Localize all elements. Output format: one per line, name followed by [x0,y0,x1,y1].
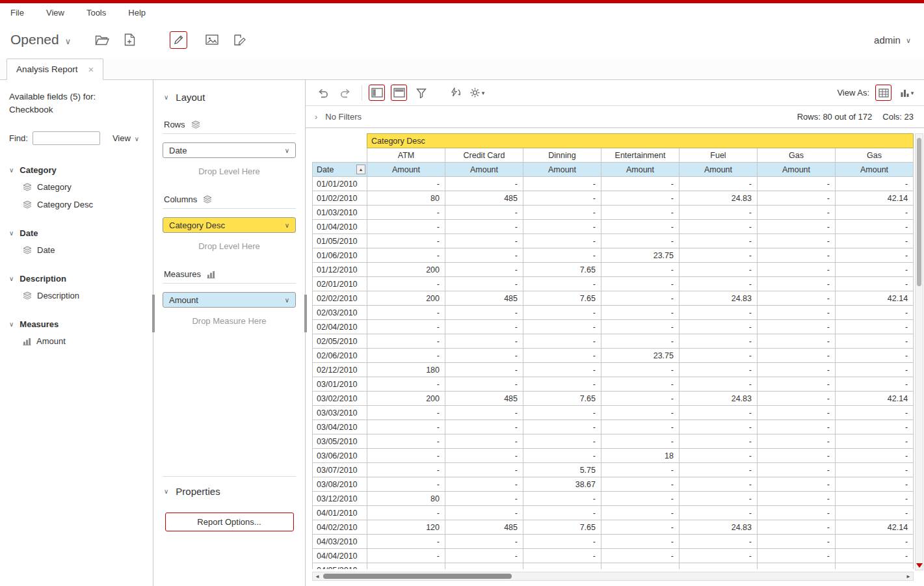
value-cell[interactable]: - [523,234,601,248]
value-cell[interactable]: 24.83 [680,392,758,406]
value-cell[interactable]: - [601,191,680,206]
value-cell[interactable]: - [523,349,601,363]
value-cell[interactable]: - [367,535,445,549]
value-cell[interactable]: - [601,277,680,291]
row-header-cell[interactable]: 02/05/2010 [313,334,367,349]
measure-column-header[interactable]: Amount [680,163,758,177]
value-cell[interactable]: 42.14 [836,392,914,406]
category-column-header[interactable]: Gas [836,148,914,163]
value-cell[interactable]: - [523,535,601,549]
value-cell[interactable]: - [523,377,601,392]
value-cell[interactable]: - [367,334,445,349]
category-column-header[interactable]: Credit Card [445,148,523,163]
value-cell[interactable]: - [680,220,758,234]
value-cell[interactable]: - [836,263,914,277]
edit-report-button[interactable] [170,31,187,49]
chevron-right-icon[interactable]: › [315,112,317,122]
value-cell[interactable]: - [445,477,523,492]
value-cell[interactable]: - [601,234,680,248]
category-column-header[interactable]: ATM [367,148,445,163]
scroll-right-button[interactable]: ► [904,572,913,580]
value-cell[interactable]: - [523,206,601,220]
row-header-cell[interactable]: 03/01/2010 [313,377,367,392]
field-item[interactable]: Description [9,287,145,304]
value-cell[interactable]: 38.67 [523,477,601,492]
value-cell[interactable]: - [680,363,758,377]
value-cell[interactable]: - [758,277,836,291]
row-header-cell[interactable]: 02/02/2010 [313,291,367,306]
value-cell[interactable]: - [836,220,914,234]
row-header-cell[interactable]: 03/04/2010 [313,420,367,434]
value-cell[interactable]: - [523,220,601,234]
value-cell[interactable]: 200 [367,291,445,306]
value-cell[interactable]: - [680,306,758,320]
value-cell[interactable]: - [601,506,680,520]
value-cell[interactable]: - [367,434,445,449]
value-cell[interactable]: - [680,477,758,492]
row-header-cell[interactable]: 04/02/2010 [313,520,367,535]
value-cell[interactable]: - [836,506,914,520]
row-header-cell[interactable]: 04/03/2010 [313,535,367,549]
value-cell[interactable]: - [445,434,523,449]
value-cell[interactable]: - [758,377,836,392]
value-cell[interactable]: - [758,306,836,320]
value-cell[interactable]: - [601,492,680,506]
report-settings-button[interactable]: ▾ [469,85,485,101]
row-header-cell[interactable]: 01/02/2010 [313,191,367,206]
row-header-cell[interactable]: 02/12/2010 [313,363,367,377]
value-cell[interactable]: - [836,535,914,549]
row-header-cell[interactable]: 01/12/2010 [313,263,367,277]
value-cell[interactable]: - [445,220,523,234]
value-cell[interactable]: - [680,420,758,434]
value-cell[interactable]: - [445,277,523,291]
value-cell[interactable]: - [836,449,914,463]
value-cell[interactable]: - [758,349,836,363]
category-column-header[interactable]: Gas [758,148,836,163]
value-cell[interactable]: 485 [445,520,523,535]
value-cell[interactable]: 7.65 [523,263,601,277]
value-cell[interactable]: - [367,406,445,420]
value-cell[interactable]: - [367,234,445,248]
row-header-cell[interactable]: 03/06/2010 [313,449,367,463]
row-header-cell[interactable]: 01/06/2010 [313,248,367,263]
value-cell[interactable]: - [680,563,758,570]
value-cell[interactable]: - [836,477,914,492]
rows-field-select[interactable]: Date ∨ [163,142,296,158]
measures-field-select[interactable]: Amount ∨ [163,292,296,308]
value-cell[interactable]: - [601,520,680,535]
value-cell[interactable]: - [836,306,914,320]
value-cell[interactable]: - [836,320,914,334]
value-cell[interactable]: - [680,434,758,449]
value-cell[interactable]: - [680,449,758,463]
value-cell[interactable]: - [758,434,836,449]
value-cell[interactable]: - [445,506,523,520]
field-group-header[interactable]: ∨Description [9,271,145,287]
row-header-cell[interactable]: 01/03/2010 [313,206,367,220]
value-cell[interactable]: - [367,248,445,263]
value-cell[interactable]: - [601,377,680,392]
value-cell[interactable]: 42.14 [836,191,914,206]
value-cell[interactable]: - [836,434,914,449]
field-group-header[interactable]: ∨Measures [9,316,145,332]
value-cell[interactable]: - [601,392,680,406]
sort-ascending-icon[interactable]: ▲ [356,165,365,174]
value-cell[interactable]: - [758,535,836,549]
value-cell[interactable]: - [680,406,758,420]
value-cell[interactable]: - [680,234,758,248]
value-cell[interactable]: - [367,377,445,392]
value-cell[interactable]: - [445,549,523,563]
close-icon[interactable]: × [88,64,94,74]
field-item[interactable]: Category Desc [9,196,145,213]
category-column-header[interactable]: Entertainment [601,148,680,163]
row-header-cell[interactable]: 04/04/2010 [313,549,367,563]
value-cell[interactable]: - [836,334,914,349]
value-cell[interactable]: - [680,492,758,506]
horizontal-scrollbar-thumb[interactable] [323,574,512,579]
field-item[interactable]: Date [9,241,145,259]
value-cell[interactable]: - [367,420,445,434]
value-cell[interactable]: - [836,277,914,291]
value-cell[interactable]: - [523,334,601,349]
value-cell[interactable]: - [680,248,758,263]
value-cell[interactable]: - [758,320,836,334]
value-cell[interactable]: - [445,263,523,277]
